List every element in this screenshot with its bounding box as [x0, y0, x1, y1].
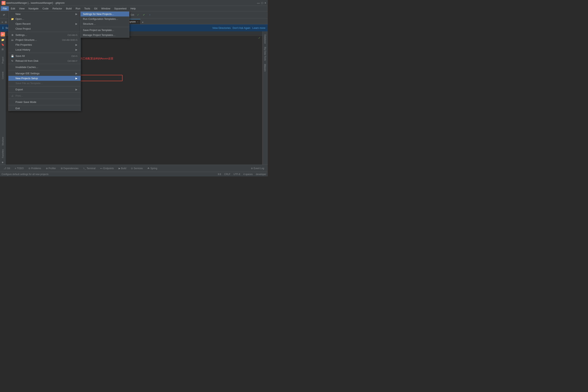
endpoints-icon: ⊷ — [100, 167, 102, 170]
menu-tools[interactable]: Tools — [82, 6, 92, 11]
menu-refactor[interactable]: Refactor — [50, 6, 64, 11]
favorites-star-icon[interactable]: ★ — [1, 161, 4, 164]
submenu-structure[interactable]: Structure… — [80, 21, 129, 26]
file-menu-close-project[interactable]: Close Project — [8, 26, 80, 31]
bottom-todo-item[interactable]: ≡ TODO — [13, 166, 26, 170]
menu-file[interactable]: File — [1, 6, 9, 11]
bottom-eventlog-item[interactable]: ⊚ Event Log — [249, 166, 266, 170]
tab-close-gitignore[interactable]: × — [137, 20, 138, 23]
menu-help[interactable]: Help — [128, 6, 138, 11]
dont-ask-again-link[interactable]: Don't Ask Again — [233, 26, 250, 30]
file-menu-open-label: Open… — [16, 18, 24, 20]
file-menu-power-save[interactable]: Power Save Mode — [8, 100, 80, 104]
file-menu-export-label: Export — [16, 88, 23, 91]
submenu-save-project-template[interactable]: Save Project as Template… — [80, 28, 129, 32]
git-check-icon[interactable]: ✓ — [136, 12, 140, 17]
bookmark-icon[interactable]: 🔖 — [0, 42, 5, 47]
file-menu-new-projects-setup[interactable]: New Projects Setup ▶ — [8, 76, 80, 81]
file-menu-manage-ide[interactable]: Manage IDE Settings ▶ — [8, 71, 80, 76]
bottom-problems-item[interactable]: ⊘ Problems — [26, 166, 43, 170]
file-menu-manage-ide-label: Manage IDE Settings — [16, 72, 40, 75]
git-push-icon[interactable]: ↑ — [148, 12, 152, 17]
title-bar-controls[interactable]: — □ × — [257, 1, 266, 4]
favorites-label[interactable]: Favorites — [1, 148, 4, 159]
file-menu-local-history[interactable]: Local History ▶ — [8, 47, 80, 52]
terminal-side-icon[interactable]: ⊞ — [0, 47, 5, 51]
file-menu-export[interactable]: Export ▶ — [8, 87, 80, 92]
endpoints-label: Endpoints — [103, 167, 114, 170]
file-menu-save-file-template[interactable]: Save File as Template… — [8, 81, 80, 86]
big-data-tools-label[interactable]: Big Data Tools — [263, 45, 267, 62]
structure-label[interactable]: Structure — [1, 136, 4, 146]
file-menu-reload-disk[interactable]: ↻ Reload All from Disk Ctrl+Alt+Y — [8, 58, 80, 63]
file-menu-exit-label: Exit — [16, 107, 20, 110]
file-menu-open-recent[interactable]: Open Recent ▶ — [8, 21, 80, 26]
submenu-settings-new-projects[interactable]: Settings for New Projects… — [80, 12, 129, 16]
services-label: Services — [134, 167, 143, 170]
line-ending[interactable]: CRLF — [224, 173, 230, 176]
tab-settings-icon[interactable]: ⚙ — [4, 20, 8, 24]
file-menu-settings[interactable]: ⚙ Settings… Ctrl+Alt+S — [8, 32, 80, 38]
menu-view[interactable]: View — [17, 6, 26, 11]
database-label[interactable]: Database — [263, 33, 267, 45]
sync-icon[interactable]: ⇄ — [2, 12, 6, 17]
file-menu-new[interactable]: New ▶ — [8, 12, 80, 16]
project-icon[interactable]: IJ — [0, 32, 5, 36]
file-menu-sep-1 — [8, 32, 80, 32]
commit-label[interactable]: Commit — [1, 71, 4, 80]
cursor-position[interactable]: 8:8 — [218, 173, 221, 176]
view-directories-link[interactable]: View Directories — [212, 26, 231, 30]
tab-panel-options[interactable]: ≡ — [1, 20, 4, 24]
file-menu-invalidate-caches-label: Invalidate Caches… — [16, 66, 38, 68]
bottom-git-item[interactable]: ⎇ Git — [2, 166, 12, 170]
maven-label[interactable]: Maven — [263, 62, 267, 73]
bottom-services-item[interactable]: ⊙ Services — [129, 166, 145, 170]
new-projects-arrow-icon: ▶ — [76, 77, 78, 80]
git-tick-icon[interactable]: ✔ — [142, 12, 146, 17]
menu-code[interactable]: Code — [40, 6, 50, 11]
bottom-profiler-item[interactable]: ⊕ Profiler — [44, 166, 58, 170]
file-menu-local-history-label: Local History — [16, 48, 30, 51]
menu-window[interactable]: Window — [99, 6, 112, 11]
bottom-terminal-item[interactable]: >_ Terminal — [81, 166, 98, 170]
export-arrow-icon: ▶ — [76, 88, 78, 91]
file-encoding[interactable]: UTF-8 — [234, 173, 240, 176]
menu-git[interactable]: Git — [92, 6, 99, 11]
file-menu-open[interactable]: 📁 Open… — [8, 16, 80, 21]
project-label[interactable]: Project — [1, 56, 4, 64]
bottom-toolbar: ⎇ Git ≡ TODO ⊘ Problems ⊕ Profiler ⊞ Dep… — [0, 165, 268, 172]
indent-setting[interactable]: 4 spaces — [243, 173, 253, 176]
file-properties-arrow-icon: ▶ — [76, 43, 78, 46]
file-menu-dropdown: New ▶ 📁 Open… Open Recent ▶ Close Projec… — [8, 11, 81, 111]
file-menu-invalidate-caches[interactable]: Invalidate Caches… — [8, 65, 80, 70]
file-menu-print[interactable]: 🖨 Print… — [8, 93, 80, 98]
minimize-button[interactable]: — — [257, 1, 260, 4]
bottom-endpoints-item[interactable]: ⊷ Endpoints — [98, 166, 116, 170]
project-structure-icon: 🗂 — [11, 38, 14, 41]
learn-more-link[interactable]: Learn more — [252, 26, 266, 30]
menu-navigate[interactable]: Navigate — [26, 6, 40, 11]
file-menu-save-all[interactable]: 💾 Save All Ctrl+S — [8, 54, 80, 58]
tab-overflow-button[interactable]: ▾ — [141, 20, 145, 24]
status-bar: Configure default settings for all new p… — [0, 172, 268, 176]
menu-build[interactable]: Build — [64, 6, 74, 11]
bottom-build-item[interactable]: ▶ Build — [116, 166, 128, 170]
menu-edit[interactable]: Edit — [9, 6, 17, 11]
close-button[interactable]: × — [264, 1, 266, 4]
submenu-sep-1 — [80, 27, 129, 27]
file-menu-project-structure[interactable]: 🗂 Project Structure… Ctrl+Alt+Shift+S — [8, 38, 80, 42]
submenu-run-config-templates[interactable]: Run Configuration Templates… — [80, 16, 129, 21]
project-tree-icon[interactable]: 📁 — [0, 38, 5, 42]
bottom-spring-item[interactable]: ☘ Spring — [146, 166, 159, 170]
menu-squaretest[interactable]: Squaretest — [112, 6, 128, 11]
print-icon: 🖨 — [11, 94, 14, 97]
bottom-dependencies-item[interactable]: ⊞ Dependencies — [59, 166, 80, 170]
git-label: Git: — [130, 13, 134, 16]
file-menu-file-properties[interactable]: File Properties ▶ — [8, 42, 80, 47]
maximize-button[interactable]: □ — [261, 1, 263, 4]
settings-shortcut: Ctrl+Alt+S — [68, 34, 78, 36]
menu-run[interactable]: Run — [74, 6, 82, 11]
file-menu-exit[interactable]: Exit — [8, 106, 80, 111]
dependencies-icon: ⊞ — [61, 167, 63, 170]
submenu-manage-project-templates[interactable]: Manage Project Templates… — [80, 32, 129, 38]
